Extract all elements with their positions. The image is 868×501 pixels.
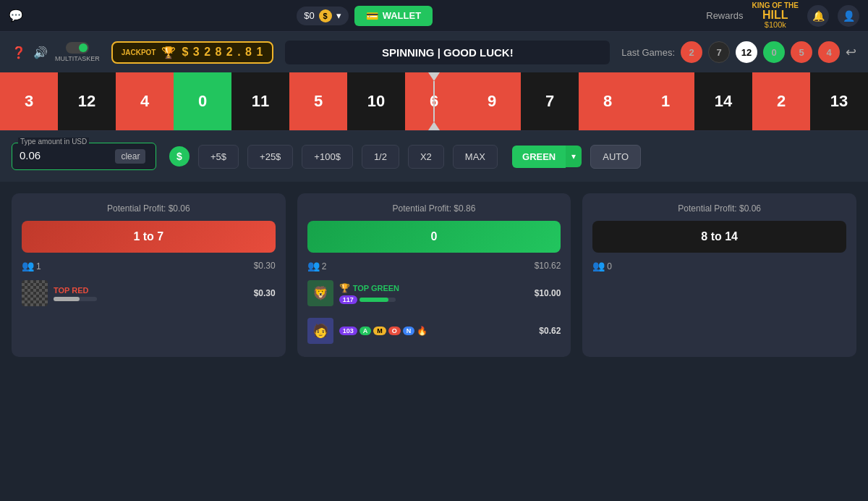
header-row: ❓ 🔊 MULTITASKER JACKPOT 🏆 $ 3 2 8 2 . 8 … bbox=[0, 32, 868, 72]
trophy-icon-1: 🏆 bbox=[339, 283, 350, 293]
multitasker-label: MULTITASKER bbox=[55, 55, 100, 62]
marker-line bbox=[433, 81, 435, 122]
auto-button[interactable]: AUTO bbox=[590, 145, 641, 169]
avatar-pattern bbox=[22, 280, 48, 306]
color-select-group: GREEN ▾ bbox=[512, 146, 582, 168]
red-panel-profit: Potential Profit: $0.06 bbox=[22, 203, 276, 214]
green-player-entry-2: 🧑 103 A M O N 🔥 $0.62 bbox=[307, 315, 561, 347]
last-game-0: 0 bbox=[763, 41, 785, 63]
nav-right: Rewards KING OF THE HILL $100k 🔔 👤 bbox=[706, 2, 859, 29]
red-panel-stats: 👥1 $0.30 bbox=[22, 260, 276, 271]
roulette-cell-5: 5 bbox=[289, 72, 347, 130]
badge-m: M bbox=[373, 327, 386, 335]
roulette-cell-13: 13 bbox=[810, 72, 868, 130]
roulette-cell-10: 10 bbox=[347, 72, 405, 130]
user-icon[interactable]: 👤 bbox=[838, 5, 859, 27]
dark-panel: Potential Profit: $0.06 8 to 14 👥0 bbox=[582, 193, 856, 357]
green-panel-total: $10.62 bbox=[535, 261, 561, 271]
last-game-4: 4 bbox=[818, 41, 840, 63]
help-button[interactable]: ❓ bbox=[12, 46, 26, 59]
balance-amount: $0 bbox=[304, 10, 314, 21]
green-panel: Potential Profit: $0.86 0 👥2 $10.62 🦁 🏆 … bbox=[297, 193, 571, 357]
betting-area: Type amount in USD clear $ +5$ +25$ +100… bbox=[0, 130, 868, 182]
roulette-cell-1: 1 bbox=[637, 72, 694, 130]
rewards-text: Rewards bbox=[706, 10, 743, 21]
green-slider-fill-1 bbox=[359, 298, 388, 302]
last-game-5: 5 bbox=[791, 41, 812, 63]
jackpot-label: JACKPOT bbox=[122, 49, 156, 56]
red-bet-bar[interactable]: 1 to 7 bbox=[22, 221, 276, 253]
marker-bottom bbox=[428, 122, 440, 130]
badge-o: O bbox=[388, 327, 401, 335]
amount-label: Type amount in USD bbox=[18, 138, 89, 146]
roulette-cell-12: 12 bbox=[58, 72, 116, 130]
quick-bet-25[interactable]: +25$ bbox=[247, 145, 293, 169]
last-games-label: Last Games: bbox=[621, 47, 675, 58]
quick-bet-max[interactable]: MAX bbox=[453, 145, 498, 169]
green-panel-stats: 👥2 $10.62 bbox=[307, 260, 561, 271]
amount-input[interactable] bbox=[20, 149, 106, 161]
spinning-message: SPINNING | GOOD LUCK! bbox=[285, 41, 610, 64]
red-player-slider bbox=[54, 297, 97, 301]
dark-bet-bar[interactable]: 8 to 14 bbox=[592, 221, 846, 253]
header-icons: ❓ 🔊 MULTITASKER bbox=[12, 42, 100, 62]
wallet-icon: 💳 bbox=[366, 10, 378, 22]
red-slider-fill bbox=[54, 297, 80, 301]
roulette-cell-2: 2 bbox=[752, 72, 810, 130]
marker-top bbox=[428, 72, 440, 81]
badge-117: 117 bbox=[339, 295, 357, 304]
jackpot-amount: $ 3 2 8 2 . 8 1 bbox=[182, 46, 263, 59]
green-player-info-2: 103 A M O N 🔥 bbox=[339, 326, 540, 336]
roulette-cell-7: 7 bbox=[521, 72, 579, 130]
quick-bet-half[interactable]: 1/2 bbox=[362, 145, 399, 169]
sound-button[interactable]: 🔊 bbox=[33, 46, 48, 59]
red-panel-total: $0.30 bbox=[254, 261, 276, 271]
bet-panels: Potential Profit: $0.06 1 to 7 👥1 $0.30 … bbox=[0, 182, 868, 369]
green-player-slider-1 bbox=[359, 298, 396, 302]
brand-logo: KING OF THE HILL $100k bbox=[752, 2, 799, 29]
player-badges-1: 117 bbox=[339, 295, 535, 304]
roulette-cell-14: 14 bbox=[694, 72, 752, 130]
red-player-avatar bbox=[22, 280, 48, 306]
quick-bet-x2[interactable]: X2 bbox=[408, 145, 444, 169]
amount-input-wrapper: Type amount in USD clear bbox=[12, 143, 156, 170]
green-player-info-1: 🏆 TOP GREEN 117 bbox=[339, 283, 535, 304]
badge-103: 103 bbox=[339, 327, 357, 335]
last-games: Last Games: 2 7 12 0 5 4 ↩ bbox=[621, 41, 856, 63]
balance-pill[interactable]: $0 $ ▾ bbox=[297, 7, 348, 25]
roulette-strip: 3 12 4 0 11 5 10 6 9 7 8 1 14 2 13 bbox=[0, 72, 868, 130]
multitasker-toggle[interactable]: MULTITASKER bbox=[55, 42, 100, 62]
nav-left: 💬 bbox=[9, 9, 23, 22]
notification-icon[interactable]: 🔔 bbox=[807, 5, 829, 27]
roulette-cell-11: 11 bbox=[231, 72, 289, 130]
wallet-button[interactable]: 💳 WALLET bbox=[354, 6, 433, 26]
green-player-amount-2: $0.62 bbox=[539, 326, 561, 336]
badge-n: N bbox=[403, 327, 415, 335]
green-bet-bar[interactable]: 0 bbox=[307, 221, 561, 253]
dark-player-count: 👥0 bbox=[592, 260, 612, 271]
spin-marker bbox=[433, 72, 435, 130]
brand-amount: $100k bbox=[765, 21, 786, 29]
color-label: GREEN bbox=[522, 151, 556, 162]
quick-bet-100[interactable]: +100$ bbox=[302, 145, 353, 169]
badge-a: A bbox=[359, 327, 372, 335]
color-dropdown-button[interactable]: GREEN bbox=[512, 146, 566, 168]
clear-button[interactable]: clear bbox=[115, 149, 145, 164]
player-badges-2: 103 A M O N 🔥 bbox=[339, 326, 540, 336]
history-button[interactable]: ↩ bbox=[846, 44, 856, 60]
quick-bet-5[interactable]: +5$ bbox=[198, 145, 239, 169]
green-player-name-1: TOP GREEN bbox=[353, 284, 399, 292]
color-dropdown-arrow[interactable]: ▾ bbox=[566, 146, 582, 167]
top-nav: 💬 $0 $ ▾ 💳 WALLET Rewards KING OF THE HI… bbox=[0, 0, 868, 32]
confirm-amount-button[interactable]: $ bbox=[169, 146, 190, 167]
roulette-cell-3: 3 bbox=[0, 72, 58, 130]
last-game-12: 12 bbox=[736, 41, 757, 63]
nav-center: $0 $ ▾ 💳 WALLET bbox=[297, 6, 433, 26]
green-player-count: 👥2 bbox=[307, 260, 327, 271]
chat-icon[interactable]: 💬 bbox=[9, 9, 23, 22]
toggle-switch bbox=[66, 42, 89, 54]
green-player-avatar-2: 🧑 bbox=[307, 318, 333, 344]
red-player-entry: TOP RED $0.30 bbox=[22, 277, 276, 309]
fire-icon: 🔥 bbox=[417, 326, 427, 336]
roulette-cell-0: 0 bbox=[174, 72, 231, 130]
